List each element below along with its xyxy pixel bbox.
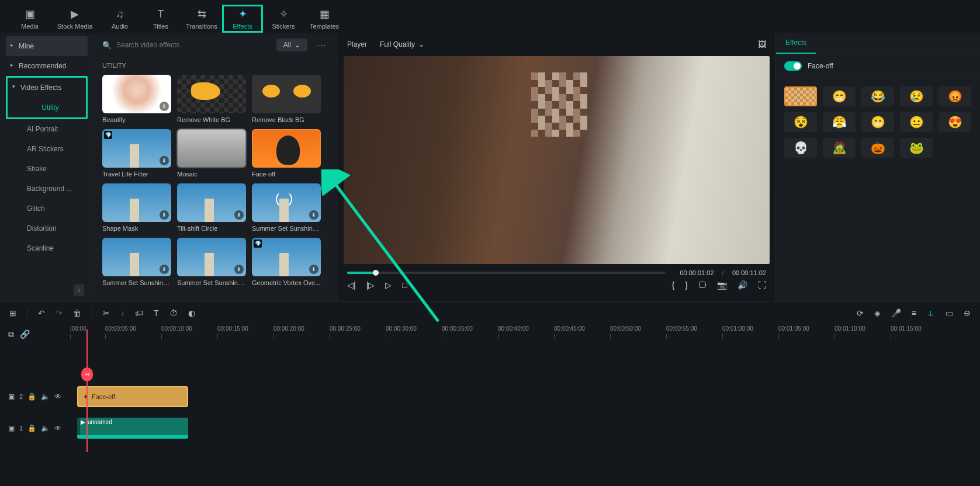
mute-icon[interactable]: 🔈 <box>41 393 50 401</box>
face-emoji-8[interactable]: 😐 <box>900 112 933 132</box>
snapshot-button[interactable]: 📷 <box>717 280 727 290</box>
sidebar-distortion[interactable]: Distortion <box>6 218 88 238</box>
next-frame-button[interactable]: |▷ <box>366 280 375 290</box>
magnet-button[interactable]: ⫝ <box>927 308 935 318</box>
sidebar-utility[interactable]: Utility <box>8 98 86 117</box>
effect-tilt-shift-circle[interactable]: ⬇Tilt-shift Circle <box>177 183 246 232</box>
search-input[interactable] <box>116 41 271 49</box>
face-emoji-13[interactable]: 🐸 <box>900 138 933 158</box>
adjust-button[interactable]: ▭ <box>946 308 953 318</box>
face-emoji-11[interactable]: 🧟 <box>823 138 856 158</box>
time-ruler[interactable]: |00:00 00:00:05:00 00:00:10:00 00:00:15:… <box>70 325 980 343</box>
sidebar-ar-stickers[interactable]: AR Stickers <box>6 139 88 159</box>
seek-thumb[interactable] <box>373 270 379 276</box>
color-button[interactable]: ◐ <box>188 308 195 318</box>
effect-shape-mask[interactable]: ⬇Shape Mask <box>102 183 171 232</box>
snapshot-setting-icon[interactable]: 🖼 <box>758 40 766 49</box>
stop-button[interactable]: □ <box>402 280 407 290</box>
clip-faceoff[interactable]: ✦ Face-off <box>77 386 188 407</box>
split-button[interactable]: ✂ <box>103 308 110 318</box>
effect-summer-sunshine-2[interactable]: ⬇Summer Set Sunshine ... <box>102 238 171 286</box>
redo-button[interactable]: ↷ <box>56 308 63 318</box>
zoom-out-button[interactable]: ⊖ <box>964 308 971 318</box>
face-emoji-4[interactable]: 😡 <box>939 86 971 106</box>
sidebar-glitch[interactable]: Glitch <box>6 199 88 218</box>
face-emoji-5[interactable]: 😵 <box>784 112 817 132</box>
effect-remove-white-bg[interactable]: Remove White BG <box>177 75 246 123</box>
right-tab-effects[interactable]: Effects <box>776 33 816 54</box>
effect-face-off[interactable]: Face-off <box>252 129 321 178</box>
mark-out-button[interactable]: } <box>685 280 688 290</box>
face-emoji-9[interactable]: 😍 <box>939 112 971 132</box>
tag-button[interactable]: 🏷 <box>135 308 143 318</box>
effect-summer-sunshine-3[interactable]: ⬇Summer Set Sunshine ... <box>177 238 246 286</box>
video-content <box>344 56 770 264</box>
clip-video[interactable]: ▶unnamed <box>77 418 188 439</box>
effect-geometric-vortex[interactable]: 💎⬇Geometric Vortex Ove... <box>252 238 321 286</box>
quality-dropdown[interactable]: Full Quality⌄ <box>375 39 429 50</box>
sidebar-mine[interactable]: Mine <box>6 36 88 56</box>
prev-frame-button[interactable]: ◁| <box>347 280 356 290</box>
effect-label: Shape Mask <box>102 225 171 232</box>
effect-travel-life-filter[interactable]: 💎⬇Travel Life Filter <box>102 129 171 178</box>
playhead[interactable]: ✂ <box>86 329 88 452</box>
voiceover-button[interactable]: 🎤 <box>891 308 901 318</box>
face-emoji-7[interactable]: 😬 <box>861 112 894 132</box>
mixer-button[interactable]: ≡ <box>912 308 916 318</box>
tab-titles[interactable]: TTitles <box>140 5 181 33</box>
face-emoji-12[interactable]: 🎃 <box>861 138 894 158</box>
text-button[interactable]: T <box>154 308 159 318</box>
play-button[interactable]: ▷ <box>385 280 392 290</box>
audio-edit-button[interactable]: ♪ <box>120 308 124 318</box>
face-mosaic[interactable] <box>784 86 817 106</box>
sidebar-scanline[interactable]: Scanline <box>6 238 88 258</box>
mark-in-button[interactable]: { <box>672 280 675 290</box>
tab-audio[interactable]: ♫Audio <box>99 5 140 33</box>
lock-icon[interactable]: 🔒 <box>27 424 36 432</box>
playhead-scissors-icon[interactable]: ✂ <box>81 367 93 381</box>
face-emoji-1[interactable]: 😁 <box>823 86 856 106</box>
volume-button[interactable]: 🔊 <box>737 280 747 290</box>
sidebar-video-effects[interactable]: Video Effects <box>8 78 86 98</box>
filter-dropdown[interactable]: All⌄ <box>276 39 307 51</box>
delete-button[interactable]: 🗑 <box>73 308 81 318</box>
fullscreen-button[interactable]: ⛶ <box>758 280 766 290</box>
sidebar-recommended[interactable]: Recommended <box>6 56 88 76</box>
tab-effects[interactable]: ✦Effects <box>222 5 263 33</box>
face-emoji-2[interactable]: 😂 <box>861 86 894 106</box>
eye-icon[interactable]: 👁 <box>54 424 61 432</box>
sidebar-background[interactable]: Background ... <box>6 179 88 199</box>
play-box-icon: ▶ <box>71 8 79 20</box>
face-emoji-3[interactable]: 😢 <box>900 86 933 106</box>
timeline-expand-icon[interactable]: ⧉ <box>8 329 14 339</box>
video-preview[interactable] <box>344 56 770 264</box>
face-emoji-10[interactable]: 💀 <box>784 138 817 158</box>
face-emoji-6[interactable]: 😤 <box>823 112 856 132</box>
tab-stickers[interactable]: ✧Stickers <box>263 5 304 33</box>
grid-button[interactable]: ⊞ <box>9 308 16 318</box>
tab-media[interactable]: ▣Media <box>9 5 50 33</box>
undo-button[interactable]: ↶ <box>38 308 45 318</box>
effect-remove-black-bg[interactable]: Remove Black BG <box>252 75 321 123</box>
sidebar-shake[interactable]: Shake <box>6 159 88 179</box>
tab-transitions[interactable]: ⇆Transitions <box>181 5 222 33</box>
render-button[interactable]: ⟳ <box>857 308 864 318</box>
speed-button[interactable]: ⏱ <box>169 308 178 318</box>
timeline-link-icon[interactable]: 🔗 <box>20 329 30 339</box>
effect-mosaic[interactable]: Mosaic <box>177 129 246 178</box>
ruler-tick: 00:00:50:00 <box>610 325 666 332</box>
more-button[interactable]: ⋯ <box>313 40 330 51</box>
marker-button[interactable]: ◈ <box>874 308 881 318</box>
effect-beautify[interactable]: ⬇Beautify <box>102 75 171 123</box>
faceoff-toggle[interactable] <box>784 61 802 71</box>
tab-templates[interactable]: ▦Templates <box>304 5 345 33</box>
tab-stock-media[interactable]: ▶Stock Media <box>50 5 99 33</box>
seek-bar[interactable] <box>347 272 666 274</box>
sidebar-ai-portrait[interactable]: AI Portrait <box>6 119 88 139</box>
display-button[interactable]: 🖵 <box>698 280 707 290</box>
eye-icon[interactable]: 👁 <box>54 393 61 401</box>
effect-summer-sunshine-1[interactable]: ⬇Summer Set Sunshine ... <box>252 183 321 232</box>
lock-icon[interactable]: 🔒 <box>27 393 36 401</box>
sidebar-pager[interactable]: ‹ <box>6 283 88 298</box>
mute-icon[interactable]: 🔈 <box>41 424 50 432</box>
